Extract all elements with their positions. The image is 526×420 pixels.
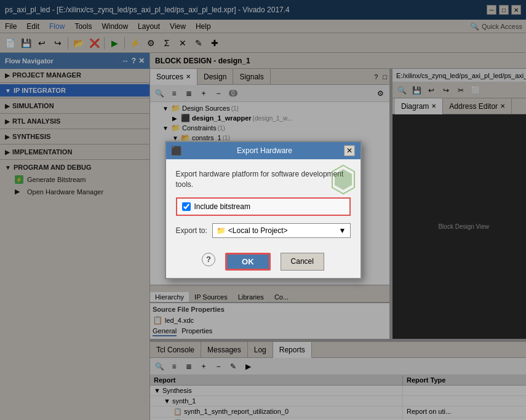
modal-title: Export Hardware	[237, 146, 292, 155]
modal-description: Export hardware platform for software de…	[176, 169, 351, 190]
modal-cancel-button[interactable]: Cancel	[281, 253, 324, 271]
export-to-select[interactable]: 📁 <Local to Project> ▼	[212, 223, 351, 238]
export-to-icon: 📁	[217, 226, 226, 235]
include-bitstream-checkbox[interactable]	[182, 202, 191, 211]
include-bitstream-row: Include bitstream	[176, 197, 351, 216]
modal-footer: ? OK Cancel	[166, 248, 361, 278]
export-to-label: Export to:	[176, 226, 207, 235]
export-to-row: Export to: 📁 <Local to Project> ▼	[176, 223, 351, 238]
vivado-logo	[331, 164, 356, 197]
modal-overlay: ⬛ Export Hardware ✕ Export hardware plat…	[0, 0, 526, 420]
modal-header: ⬛ Export Hardware ✕	[166, 142, 361, 159]
export-to-value: <Local to Project>	[228, 226, 288, 235]
dropdown-icon: ▼	[339, 226, 346, 235]
export-hardware-dialog: ⬛ Export Hardware ✕ Export hardware plat…	[165, 141, 362, 279]
svg-marker-1	[335, 169, 352, 190]
modal-header-icon: ⬛	[171, 146, 181, 156]
modal-close-button[interactable]: ✕	[344, 145, 355, 156]
modal-ok-button[interactable]: OK	[225, 253, 271, 271]
include-bitstream-label: Include bitstream	[194, 202, 250, 211]
modal-help-button[interactable]: ?	[202, 253, 215, 266]
